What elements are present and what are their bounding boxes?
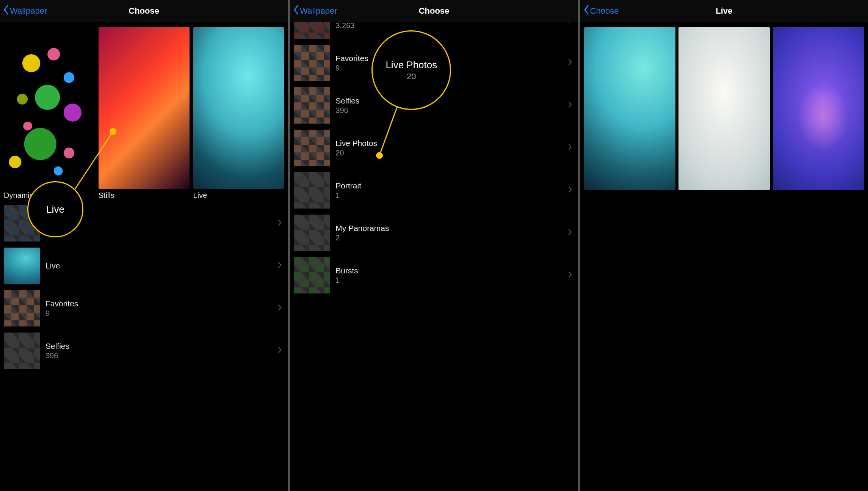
album-count: 3,263 [335, 22, 365, 30]
svg-point-9 [64, 147, 74, 158]
chevron-right-icon [568, 101, 572, 110]
page-title: Choose [419, 6, 450, 16]
album-title: Live Photos [335, 139, 377, 148]
album-row-selfies[interactable]: Selfies 396 [290, 84, 578, 127]
chevron-left-icon [583, 5, 589, 17]
album-row-favorites[interactable]: Favorites 9 [290, 42, 578, 84]
album-row-my-panoramas[interactable]: My Panoramas 2 [290, 212, 578, 254]
chevron-left-icon [293, 5, 299, 17]
album-title: Favorites [45, 299, 78, 308]
album-row-recents[interactable]: Recents 3,263 [290, 22, 578, 42]
navbar: Wallpaper Choose [290, 0, 578, 22]
chevron-left-icon [3, 5, 9, 17]
album-thumbnail [294, 22, 330, 39]
album-title: Bursts [335, 266, 358, 275]
category-live[interactable]: Live [193, 27, 284, 200]
album-thumbnail [294, 257, 330, 293]
album-thumbnail [294, 130, 330, 166]
live-wallpaper-3[interactable] [773, 27, 864, 190]
svg-point-0 [22, 54, 40, 72]
album-row-all-photos[interactable]: All Photos 3,345 [0, 202, 288, 245]
album-title: Portrait [335, 181, 361, 190]
back-button[interactable]: Wallpaper [293, 5, 337, 17]
album-thumbnail [4, 248, 40, 284]
screen-3-live: Choose Live [580, 0, 868, 491]
chevron-right-icon [568, 22, 572, 25]
category-label: Stills [99, 191, 190, 200]
svg-point-7 [24, 128, 56, 160]
live-wallpaper-2[interactable] [678, 27, 770, 190]
category-thumb-stills [99, 27, 190, 189]
album-thumbnail [294, 87, 330, 124]
screen-1-choose: Wallpaper Choose [0, 0, 288, 491]
wallpaper-categories: Dynamic Stills Live [0, 22, 288, 202]
page-title: Live [716, 6, 732, 16]
back-button[interactable]: Wallpaper [3, 5, 47, 17]
page-title: Choose [128, 6, 159, 16]
chevron-right-icon [278, 219, 282, 227]
album-title: Selfies [45, 342, 69, 351]
svg-point-5 [64, 104, 81, 121]
album-count: 9 [335, 64, 368, 72]
album-count: 9 [45, 309, 78, 318]
album-title: Favorites [335, 54, 368, 63]
album-row-bursts[interactable]: Bursts 1 [290, 254, 578, 296]
album-row-portrait[interactable]: Portrait 1 [290, 169, 578, 212]
album-count: 20 [335, 149, 377, 157]
category-stills[interactable]: Stills [99, 27, 190, 200]
back-button[interactable]: Choose [583, 5, 619, 17]
album-title: Selfies [335, 96, 359, 105]
screen-3-content [580, 22, 868, 491]
dynamic-bubbles-icon [4, 27, 95, 189]
screen-1-content: Dynamic Stills Live All Photos 3,345 [0, 22, 288, 491]
live-wallpaper-1[interactable] [584, 27, 675, 190]
album-title: All Photos [45, 214, 81, 223]
album-count: 1 [335, 276, 358, 285]
album-thumbnail [4, 333, 40, 369]
svg-point-8 [9, 156, 21, 168]
album-title: Live [45, 261, 60, 270]
album-row-live-photos[interactable]: Live Photos 20 [290, 127, 578, 169]
chevron-right-icon [568, 229, 572, 237]
album-row-live[interactable]: Live [0, 245, 288, 287]
chevron-right-icon [278, 262, 282, 270]
album-count: 396 [45, 351, 69, 360]
svg-point-1 [47, 48, 60, 60]
back-label: Wallpaper [300, 6, 337, 16]
album-row-selfies[interactable]: Selfies 396 [0, 329, 288, 372]
album-count: 3,345 [45, 224, 81, 233]
album-list: Recents 3,263 Favorites 9 Selfies 396 [290, 22, 578, 296]
screen-2-content: Recents 3,263 Favorites 9 Selfies 396 [290, 22, 578, 491]
album-count: 396 [335, 106, 359, 115]
category-dynamic[interactable]: Dynamic [4, 27, 95, 200]
screen-2-choose-albums: Wallpaper Choose Recents 3,263 Favorites… [290, 0, 578, 491]
navbar: Wallpaper Choose [0, 0, 288, 22]
svg-point-10 [54, 166, 63, 176]
chevron-right-icon [568, 144, 572, 152]
album-count: 2 [335, 234, 389, 242]
album-thumbnail [294, 45, 330, 81]
album-thumbnail [4, 290, 40, 326]
category-thumb-live [193, 27, 284, 189]
album-list: All Photos 3,345 Live Favorites 9 [0, 202, 288, 372]
live-wallpaper-grid [580, 22, 868, 195]
chevron-right-icon [568, 59, 572, 67]
album-thumbnail [294, 172, 330, 209]
svg-point-4 [35, 85, 60, 110]
category-label: Live [193, 191, 284, 200]
back-label: Choose [590, 6, 619, 16]
chevron-right-icon [278, 304, 282, 312]
album-row-favorites[interactable]: Favorites 9 [0, 287, 288, 329]
chevron-right-icon [278, 347, 282, 355]
category-label: Dynamic [4, 191, 95, 200]
chevron-right-icon [568, 271, 572, 279]
album-thumbnail [4, 205, 40, 242]
album-count: 1 [335, 191, 361, 200]
category-thumb-dynamic [4, 27, 95, 189]
svg-point-6 [23, 122, 32, 131]
svg-point-3 [17, 94, 28, 104]
album-thumbnail [294, 215, 330, 251]
album-title: My Panoramas [335, 224, 389, 233]
svg-point-2 [64, 72, 74, 83]
chevron-right-icon [568, 186, 572, 195]
